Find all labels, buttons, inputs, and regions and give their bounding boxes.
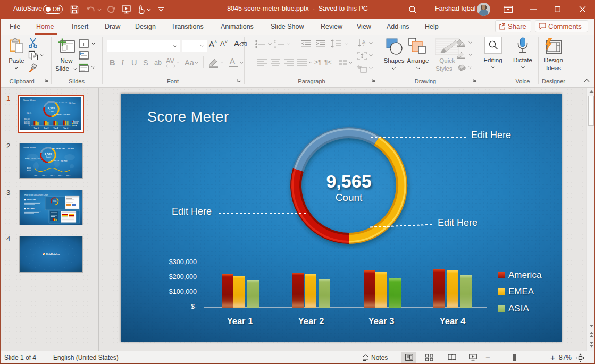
svg-text:Year 3: Year 3 xyxy=(54,127,58,129)
svg-text:Score Meter: Score Meter xyxy=(23,146,36,149)
svg-text:Edit Here: Edit Here xyxy=(69,102,76,104)
svg-text:$-: $- xyxy=(30,171,31,172)
svg-text:Edit Here: Edit Here xyxy=(61,160,68,162)
svg-text:Bar Chart: Bar Chart xyxy=(27,208,35,210)
svg-text:Edit H.: Edit H. xyxy=(27,112,31,114)
svg-text:SlideModel.com: SlideModel.com xyxy=(46,253,61,256)
svg-text:Year 4: Year 4 xyxy=(63,127,68,129)
svg-text:9,565: 9,565 xyxy=(45,153,52,156)
svg-text:$100,000: $100,000 xyxy=(24,122,30,124)
svg-text:$-: $- xyxy=(29,124,30,126)
svg-text:$200,000: $200,000 xyxy=(24,121,30,123)
svg-text:Year 2: Year 2 xyxy=(42,175,46,177)
svg-text:How to edit Data-Driven Chart: How to edit Data-Driven Chart xyxy=(24,194,48,196)
svg-text:Count: Count xyxy=(46,156,50,158)
svg-text:Year 1: Year 1 xyxy=(34,175,38,177)
svg-text:Year 4: Year 4 xyxy=(58,175,62,177)
svg-text:$300,000: $300,000 xyxy=(24,118,30,121)
svg-text:Edit Here: Edit Here xyxy=(68,148,74,150)
svg-text:Year 5: Year 5 xyxy=(66,175,70,177)
svg-text:Count: Count xyxy=(49,111,53,113)
svg-text:Score Meter: Score Meter xyxy=(23,99,36,101)
svg-text:Edit Here: Edit Here xyxy=(64,114,71,116)
svg-text:Year 2: Year 2 xyxy=(44,127,48,129)
svg-text:Year 1: Year 1 xyxy=(34,127,39,129)
svg-text:Edit H.: Edit H. xyxy=(25,158,30,160)
svg-text:Year 3: Year 3 xyxy=(50,175,54,177)
svg-text:9,565: 9,565 xyxy=(53,200,57,202)
svg-text:Excel Chart: Excel Chart xyxy=(27,199,36,201)
svg-text:ASIA: ASIA xyxy=(73,125,77,127)
svg-text:9,565: 9,565 xyxy=(48,107,55,110)
